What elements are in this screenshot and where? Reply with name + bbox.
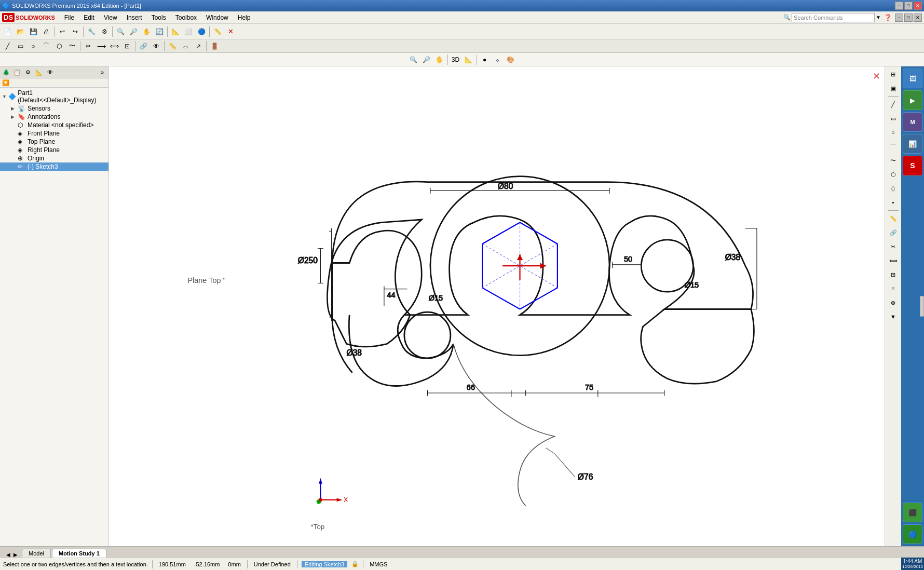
rotate-btn[interactable]: 🔄	[153, 25, 166, 38]
fr-photo-btn[interactable]: 🖼	[903, 69, 922, 88]
sketch-line-btn[interactable]: ╱	[1, 40, 13, 52]
sketch-exit-btn[interactable]: 🚪	[208, 40, 221, 52]
zoom-to-fit-btn[interactable]: 🔍	[114, 25, 127, 38]
zoom-in-btn[interactable]: 🔎	[127, 25, 140, 38]
rebuild-button[interactable]: 🔧	[85, 25, 98, 38]
redo-button[interactable]: ↪	[69, 25, 81, 38]
zoom-in[interactable]: 🔎	[420, 53, 433, 66]
tree-item-front-plane[interactable]: ◈ Front Plane	[0, 129, 108, 138]
config-manager-tab[interactable]: ⚙	[23, 67, 33, 77]
display-relations-btn[interactable]: 👁	[150, 40, 162, 52]
rt-spline-tool[interactable]: 〜	[887, 154, 900, 167]
fr-sw-btn[interactable]: S	[903, 156, 922, 175]
property-manager-tab[interactable]: 📋	[12, 67, 22, 77]
view-3d[interactable]: 3D	[450, 53, 462, 66]
wireframe-btn[interactable]: ⬜	[182, 25, 195, 38]
view-selector-btn[interactable]: 📐	[169, 25, 182, 38]
search-dropdown-icon[interactable]: ▼	[876, 15, 881, 20]
tab-scroll-right[interactable]: ▶	[12, 552, 19, 558]
open-button[interactable]: 📂	[14, 25, 26, 38]
zoom-to-fit[interactable]: 🔍	[407, 53, 420, 66]
offset-btn[interactable]: ⊡	[121, 40, 133, 52]
sketch-rect-btn[interactable]: ▭	[14, 40, 26, 52]
fr-play-btn[interactable]: ▶	[903, 90, 922, 110]
tree-item-material[interactable]: ⬡ Material <not specified>	[0, 121, 108, 129]
rt-line-tool[interactable]: ╱	[887, 98, 900, 111]
rt-relation-tool[interactable]: 🔗	[887, 226, 900, 239]
trim-btn[interactable]: ✂	[82, 40, 94, 52]
rt-view-selector[interactable]: ⊞	[887, 67, 900, 81]
display-manager-tab[interactable]: 👁	[45, 67, 55, 77]
rt-snap-tool[interactable]: ⊛	[887, 296, 900, 309]
fr-plugin-btn[interactable]: ⬛	[903, 503, 922, 522]
fr-mysw-btn[interactable]: M	[903, 112, 922, 132]
dim-expert-tab[interactable]: 📐	[34, 67, 44, 77]
maximize-button[interactable]: □	[904, 2, 913, 10]
view-orient[interactable]: 📐	[463, 53, 475, 66]
rt-trim-tool[interactable]: ✂	[887, 240, 900, 253]
close-button[interactable]: ✕	[914, 2, 922, 10]
rt-tool-expand[interactable]: ▼	[887, 310, 900, 323]
appearance[interactable]: 🎨	[505, 53, 517, 66]
sketch-poly-btn[interactable]: ⬡	[53, 40, 65, 52]
doc-close-button[interactable]: ✕	[914, 13, 922, 22]
options-button[interactable]: ⚙	[98, 25, 111, 38]
smart-dim-btn[interactable]: 📏	[211, 25, 224, 38]
tab-motion-study[interactable]: Motion Study 1	[52, 549, 106, 558]
rt-front-view[interactable]: ▣	[887, 82, 900, 95]
sketch-arc-btn[interactable]: ⌒	[40, 40, 52, 52]
expand-btn[interactable]: »	[97, 67, 107, 77]
rt-more-tools[interactable]: ≡	[887, 282, 900, 295]
menu-toolbox[interactable]: Toolbox	[171, 13, 201, 22]
sketch-spline-btn[interactable]: 〜	[66, 40, 78, 52]
new-button[interactable]: 📄	[1, 25, 13, 38]
minimize-button[interactable]: −	[895, 2, 903, 10]
canvas-close-button[interactable]: ✕	[873, 71, 880, 82]
mirror-btn[interactable]: ⟺	[108, 40, 120, 52]
menu-tools[interactable]: Tools	[147, 13, 170, 22]
fr-green-btn[interactable]: 🔵	[903, 524, 922, 544]
rt-circle-tool[interactable]: ○	[887, 126, 900, 139]
tab-scroll-left[interactable]: ◀	[5, 552, 11, 558]
rt-pattern-tool[interactable]: ⊞	[887, 268, 900, 281]
sketch-fillet-btn[interactable]: ⌓	[179, 40, 192, 52]
menu-file[interactable]: File	[60, 13, 78, 22]
tab-model[interactable]: Model	[22, 549, 51, 558]
section-view[interactable]: ⬦	[492, 53, 504, 66]
rt-mirror-tool[interactable]: ⟺	[887, 254, 900, 267]
save-button[interactable]: 💾	[27, 25, 39, 38]
rt-rect-tool[interactable]: ▭	[887, 112, 900, 125]
fr-chart-btn[interactable]: 📊	[903, 134, 922, 154]
menu-insert[interactable]: Insert	[123, 13, 146, 22]
rt-arc-tool[interactable]: ⌒	[887, 140, 900, 153]
smart-dimension-btn[interactable]: 📏	[166, 40, 179, 52]
tree-item-right-plane[interactable]: ◈ Right Plane	[0, 146, 108, 154]
tree-item-part1[interactable]: ▼ 🔷 Part1 (Default<<Default>_Display)	[0, 89, 108, 104]
exit-sketch-btn[interactable]: ✕	[224, 25, 237, 38]
pan-btn[interactable]: ✋	[140, 25, 153, 38]
print-button[interactable]: 🖨	[40, 25, 52, 38]
convert-entities-btn[interactable]: ↗	[192, 40, 205, 52]
undo-button[interactable]: ↩	[56, 25, 69, 38]
extend-btn[interactable]: ⟶	[95, 40, 107, 52]
help-button[interactable]: ❓	[884, 14, 892, 21]
tree-item-origin[interactable]: ⊕ Origin	[0, 154, 108, 162]
menu-edit[interactable]: Edit	[79, 13, 99, 22]
command-search-input[interactable]	[792, 13, 875, 22]
menu-view[interactable]: View	[100, 13, 121, 22]
tree-item-sketch3[interactable]: ✏ (-) Sketch3	[0, 162, 108, 171]
feature-manager-tab[interactable]: 🌲	[1, 67, 11, 77]
tree-item-top-plane[interactable]: ◈ Top Plane	[0, 138, 108, 146]
zoom-to-selection[interactable]: 🖐	[433, 53, 446, 66]
canvas-area[interactable]: Ø80 Ø250 44 Ø15 Ø38 50 Ø38	[109, 66, 885, 546]
doc-minimize-button[interactable]: −	[895, 13, 903, 22]
tree-item-sensors[interactable]: ▶ 📡 Sensors	[0, 104, 108, 113]
display-style[interactable]: ●	[479, 53, 491, 66]
shaded-btn[interactable]: 🔵	[195, 25, 208, 38]
add-relation-btn[interactable]: 🔗	[137, 40, 150, 52]
doc-maximize-button[interactable]: □	[904, 13, 913, 22]
menu-window[interactable]: Window	[202, 13, 233, 22]
tree-item-annotations[interactable]: ▶ 🔖 Annotations	[0, 113, 108, 121]
rt-point-tool[interactable]: •	[887, 196, 900, 209]
rt-dimension-tool[interactable]: 📏	[887, 212, 900, 225]
